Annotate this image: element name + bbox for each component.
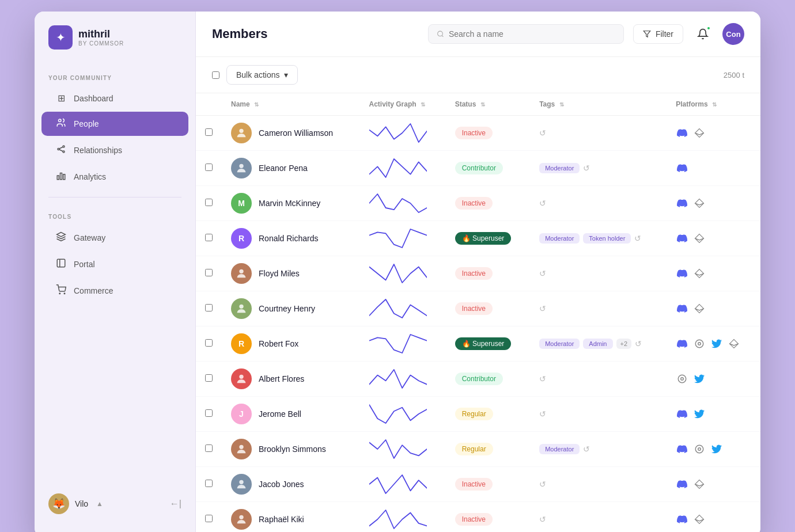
row-checkbox[interactable] xyxy=(205,234,213,241)
sidebar-item-people[interactable]: People xyxy=(41,112,188,136)
discord-icon xyxy=(676,408,688,420)
activity-sort-icon[interactable]: ⇅ xyxy=(421,101,425,108)
add-tag-icon[interactable]: ↺ xyxy=(539,409,546,419)
filter-button[interactable]: Filter xyxy=(633,24,683,44)
status-cell: 🔥 Superuser xyxy=(446,221,531,256)
sidebar-item-portal[interactable]: Portal xyxy=(41,252,188,276)
member-avatar xyxy=(231,439,252,459)
name-cell: Jacob Jones xyxy=(222,467,360,502)
name-cell: Eleanor Pena xyxy=(222,151,360,186)
status-cell: Inactive xyxy=(446,502,531,533)
table-row[interactable]: Floyd Miles Inactive ↺ xyxy=(196,256,760,291)
ethereum-icon xyxy=(693,232,706,245)
search-box[interactable] xyxy=(428,24,624,44)
row-checkbox[interactable] xyxy=(205,480,213,487)
add-tag-icon[interactable]: ↺ xyxy=(539,269,546,278)
platforms-cell xyxy=(667,467,760,502)
sidebar-item-label: Gateway xyxy=(74,233,105,242)
table-row[interactable]: R Robert Fox 🔥 Superuser ModeratorAdmin+… xyxy=(196,326,760,362)
status-cell: Inactive xyxy=(446,291,531,326)
svg-point-34 xyxy=(681,378,684,381)
members-table-container: Name ⇅ Activity Graph ⇅ Status ⇅ Tags xyxy=(196,93,760,532)
tags-cell: ↺ xyxy=(530,291,667,326)
row-checkbox[interactable] xyxy=(205,269,213,276)
table-row[interactable]: M Marvin McKinney Inactive ↺ xyxy=(196,186,760,221)
table-row[interactable]: Cameron Williamson Inactive ↺ xyxy=(196,116,760,151)
ethereum-icon xyxy=(693,267,706,280)
tags-sort-icon[interactable]: ⇅ xyxy=(559,101,564,108)
table-row[interactable]: Brooklyn Simmons Regular Moderator↺ xyxy=(196,432,760,467)
add-tag-icon[interactable]: ↺ xyxy=(539,515,546,524)
logo-area: ✦ mithril BY COMMSOR xyxy=(35,25,195,66)
sidebar-item-analytics[interactable]: Analytics xyxy=(41,165,188,189)
table-row[interactable]: R Ronald Richards 🔥 Superuser ModeratorT… xyxy=(196,221,760,256)
ethereum-icon xyxy=(693,127,706,139)
sidebar-item-gateway[interactable]: Gateway xyxy=(41,226,188,250)
notification-button[interactable] xyxy=(692,24,713,44)
row-checkbox[interactable] xyxy=(205,515,213,522)
status-sort-icon[interactable]: ⇅ xyxy=(480,101,485,108)
member-avatar xyxy=(231,123,252,143)
add-tag-icon[interactable]: ↺ xyxy=(634,234,641,243)
dashboard-icon: ⊞ xyxy=(55,93,67,104)
activity-cell xyxy=(360,362,446,397)
row-checkbox[interactable] xyxy=(205,409,213,417)
add-tag-icon[interactable]: ↺ xyxy=(539,128,546,138)
tags-header: Tags ⇅ xyxy=(530,93,667,116)
svg-marker-16 xyxy=(695,133,704,138)
row-checkbox[interactable] xyxy=(205,164,213,171)
svg-marker-31 xyxy=(730,344,739,348)
add-tag-icon[interactable]: ↺ xyxy=(539,374,546,383)
chevron-down-icon: ▾ xyxy=(284,70,288,79)
bulk-actions-button[interactable]: Bulk actions ▾ xyxy=(226,65,298,85)
ethereum-icon xyxy=(693,197,706,210)
row-checkbox[interactable] xyxy=(205,339,213,347)
row-checkbox[interactable] xyxy=(205,304,213,311)
sidebar-item-dashboard[interactable]: ⊞ Dashboard xyxy=(41,87,188,109)
platforms-cell xyxy=(667,291,760,326)
platforms-sort-icon[interactable]: ⇅ xyxy=(712,101,717,108)
table-row[interactable]: Courtney Henry Inactive ↺ xyxy=(196,291,760,326)
search-input[interactable] xyxy=(449,29,615,39)
sidebar-item-commerce[interactable]: Commerce xyxy=(41,279,188,303)
platforms-cell xyxy=(667,432,760,467)
row-checkbox-cell xyxy=(196,502,222,533)
table-row[interactable]: Albert Flores Contributor ↺ xyxy=(196,362,760,397)
add-tag-icon[interactable]: ↺ xyxy=(583,164,590,173)
add-tag-icon[interactable]: ↺ xyxy=(635,339,642,348)
platforms-cell xyxy=(667,326,760,362)
row-checkbox-cell xyxy=(196,151,222,186)
table-row[interactable]: Jacob Jones Inactive ↺ xyxy=(196,467,760,502)
member-name: Marvin McKinney xyxy=(259,199,320,208)
logo-name: mithril xyxy=(78,28,124,40)
table-row[interactable]: J Jerome Bell Regular ↺ xyxy=(196,397,760,432)
discord-icon xyxy=(676,443,688,455)
user-info[interactable]: 🦊 Vilo ▲ xyxy=(48,493,103,514)
row-checkbox[interactable] xyxy=(205,374,213,382)
svg-rect-7 xyxy=(60,173,62,180)
row-checkbox[interactable] xyxy=(205,199,213,206)
add-tag-icon[interactable]: ↺ xyxy=(539,480,546,489)
tags-cell: ↺ xyxy=(530,397,667,432)
member-name: Eleanor Pena xyxy=(259,164,308,173)
table-row[interactable]: Raphaël Kiki Inactive ↺ xyxy=(196,502,760,533)
header-user-avatar[interactable]: Con xyxy=(722,23,744,45)
name-sort-icon[interactable]: ⇅ xyxy=(254,101,259,108)
table-row[interactable]: Eleanor Pena Contributor Moderator↺ xyxy=(196,151,760,186)
row-checkbox[interactable] xyxy=(205,128,213,136)
row-checkbox[interactable] xyxy=(205,444,213,452)
add-tag-icon[interactable]: ↺ xyxy=(583,444,590,454)
tag-badge: Moderator xyxy=(539,233,580,244)
main-content: Members Filter Con xyxy=(196,12,760,532)
select-all-checkbox[interactable] xyxy=(212,71,219,79)
logout-icon[interactable]: ←| xyxy=(170,499,181,509)
member-name: Brooklyn Simmons xyxy=(259,444,326,454)
filter-label: Filter xyxy=(656,29,673,39)
sidebar-item-relationships[interactable]: Relationships xyxy=(41,138,188,162)
add-tag-icon[interactable]: ↺ xyxy=(539,304,546,313)
status-badge: Inactive xyxy=(455,127,493,139)
add-tag-icon[interactable]: ↺ xyxy=(539,199,546,208)
tags-cell: ↺ xyxy=(530,502,667,533)
checkbox-header xyxy=(196,93,222,116)
svg-point-41 xyxy=(239,515,243,519)
